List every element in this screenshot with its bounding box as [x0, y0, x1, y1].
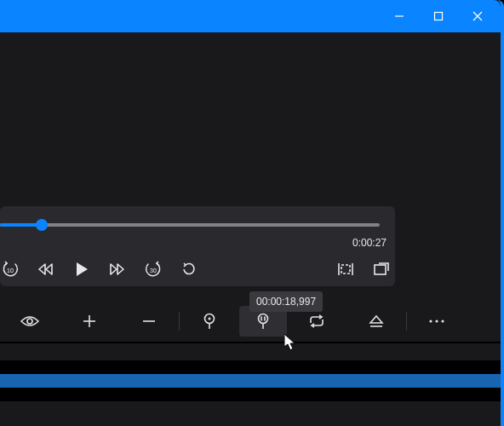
- timeline-track-gap: [0, 360, 501, 374]
- fullscreen-button[interactable]: [371, 259, 392, 279]
- fast-forward-button[interactable]: [107, 259, 128, 279]
- skip-forward-30-button[interactable]: 30: [143, 259, 163, 279]
- svg-point-30: [441, 320, 444, 322]
- player-controls-panel: 0:00:27 10: [0, 206, 395, 286]
- svg-marker-8: [111, 264, 117, 274]
- svg-point-20: [209, 318, 211, 320]
- titlebar: [0, 0, 501, 32]
- svg-text:30: 30: [150, 268, 157, 273]
- set-in-marker-button[interactable]: [180, 306, 239, 337]
- fit-screen-button[interactable]: [335, 259, 356, 279]
- svg-rect-11: [341, 265, 350, 273]
- replay-button[interactable]: [179, 259, 199, 279]
- svg-marker-5: [39, 264, 45, 274]
- minimize-button[interactable]: [380, 0, 419, 32]
- seek-slider[interactable]: [0, 218, 380, 232]
- svg-marker-26: [370, 316, 382, 323]
- seek-track: [0, 223, 380, 227]
- svg-rect-1: [435, 13, 443, 20]
- timeline-track: [0, 401, 501, 426]
- video-preview: [0, 32, 501, 206]
- seek-fill: [0, 223, 41, 227]
- duration-label: 0:00:27: [352, 237, 387, 249]
- transport-bar: 10 30: [0, 259, 395, 279]
- svg-marker-9: [117, 264, 123, 274]
- timeline-ruler: [0, 343, 501, 360]
- add-button[interactable]: [60, 306, 119, 337]
- seek-thumb[interactable]: [36, 219, 48, 231]
- close-button[interactable]: [458, 0, 497, 32]
- timeline[interactable]: [0, 342, 501, 426]
- eject-button[interactable]: [346, 306, 406, 337]
- play-button[interactable]: [72, 259, 92, 279]
- svg-text:10: 10: [7, 268, 14, 273]
- more-button[interactable]: [407, 306, 467, 337]
- timecode-tooltip: 00:00:18,997: [249, 291, 323, 312]
- remove-button[interactable]: [119, 306, 179, 337]
- timeline-track-gap: [0, 388, 501, 401]
- svg-point-29: [435, 320, 438, 322]
- svg-point-15: [27, 319, 32, 324]
- rewind-button[interactable]: [36, 259, 56, 279]
- app-window: 0:00:27 10: [0, 0, 504, 426]
- timeline-clip[interactable]: [0, 374, 501, 388]
- svg-rect-14: [375, 265, 386, 274]
- skip-back-10-button[interactable]: 10: [0, 259, 20, 279]
- svg-marker-7: [77, 262, 88, 276]
- svg-point-22: [259, 314, 268, 324]
- visibility-toggle-button[interactable]: [0, 306, 60, 337]
- svg-marker-6: [46, 264, 52, 274]
- maximize-button[interactable]: [419, 0, 458, 32]
- svg-point-28: [429, 320, 432, 322]
